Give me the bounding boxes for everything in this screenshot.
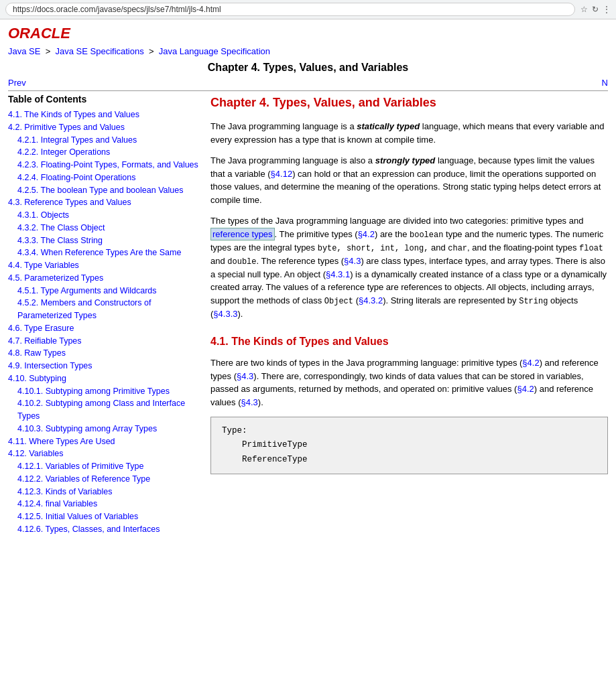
toc-item-4.9[interactable]: 4.9. Intersection Types — [8, 360, 202, 372]
para3-14: ). — [238, 309, 243, 319]
para1-text: The Java programming language is a — [210, 121, 357, 131]
chapter-title: Chapter 4. Types, Values, and Variables — [210, 94, 608, 112]
toc-item-4.3.3[interactable]: 4.3.3. The Class String — [17, 234, 202, 247]
para3-1: The types of the Java programming langua… — [210, 216, 583, 226]
s41-p1: There are two kinds of types in the Java… — [210, 358, 522, 368]
para3-link5[interactable]: §4.3.3 — [213, 309, 237, 319]
toc-item-4.2.5[interactable]: 4.2.5. The boolean Type and boolean Valu… — [17, 184, 202, 197]
toc-item-4.12.1[interactable]: 4.12.1. Variables of Primitive Type — [17, 460, 202, 473]
para3-code3: float — [579, 244, 603, 253]
nav-bar: Prev N — [8, 78, 608, 91]
bookmark-icon: ☆ — [580, 5, 588, 14]
intro-para-2: The Java programming language is also a … — [210, 154, 608, 206]
para3-link2[interactable]: §4.3 — [344, 256, 361, 266]
toc-heading: Table of Contents — [8, 94, 202, 105]
breadcrumb-javase[interactable]: Java SE — [8, 46, 40, 56]
intro-para-3: The types of the Java programming langua… — [210, 214, 608, 320]
toc-item-4.6[interactable]: 4.6. Type Erasure — [8, 322, 202, 335]
para3-code2: char — [448, 244, 467, 253]
content-area: Table of Contents 4.1. The Kinds of Type… — [8, 94, 608, 536]
toc-item-4.2.3[interactable]: 4.2.3. Floating-Point Types, Formats, an… — [17, 159, 202, 171]
section-41-title: 4.1. The Kinds of Types and Values — [210, 334, 608, 350]
toc-item-4.7[interactable]: 4.7. Reifiable Types — [8, 335, 202, 348]
toc-item-4.10.1[interactable]: 4.10.1. Subtyping among Primitive Types — [17, 385, 202, 398]
para3-7: and — [210, 256, 227, 266]
oracle-logo: ORACLE — [8, 25, 608, 42]
para3-11: ( — [353, 295, 359, 305]
para3-3: ) are the — [375, 229, 410, 239]
intro-para-1: The Java programming language is a stati… — [210, 120, 608, 146]
toc-item-4.5[interactable]: 4.5. Parameterized Types — [8, 272, 202, 285]
para3-link3[interactable]: §4.3.1 — [326, 269, 350, 279]
main-content: Chapter 4. Types, Values, and Variables … — [210, 94, 608, 536]
toc-item-4.10[interactable]: 4.10. Subtyping — [8, 372, 202, 385]
toc-item-4.11[interactable]: 4.11. Where Types Are Used — [8, 435, 202, 448]
toc-item-4.3.2[interactable]: 4.3.2. The Class Object — [17, 222, 202, 234]
code-block: Type: PrimitiveType ReferenceType — [210, 417, 608, 474]
para3-code1: byte, short, int, long, — [318, 244, 429, 253]
para3-link1[interactable]: §4.2 — [358, 229, 375, 239]
para2-em: strongly typed — [375, 155, 436, 165]
toc-item-4.12.6[interactable]: 4.12.6. Types, Classes, and Interfaces — [17, 523, 202, 536]
para3-link4[interactable]: §4.3.2 — [359, 295, 383, 305]
breadcrumb: Java SE > Java SE Specifications > Java … — [8, 46, 608, 56]
toc-item-4.10.3[interactable]: 4.10.3. Subtyping among Array Types — [17, 423, 202, 435]
toc-item-4.12.5[interactable]: 4.12.5. Initial Values of Variables — [17, 510, 202, 523]
reload-icon: ↻ — [592, 5, 599, 14]
browser-icons: ☆ ↻ ⋮ — [580, 5, 611, 14]
toc-item-4.2.4[interactable]: 4.2.4. Floating-Point Operations — [17, 171, 202, 184]
para3-highlight-link[interactable]: reference types — [212, 229, 273, 239]
para3-bool: boolean — [410, 230, 443, 240]
breadcrumb-javase-specs[interactable]: Java SE Specifications — [55, 46, 143, 56]
s41-link4[interactable]: §4.3 — [241, 397, 258, 407]
s41-link1[interactable]: §4.2 — [522, 358, 539, 368]
prev-link[interactable]: Prev — [8, 78, 26, 88]
toc: Table of Contents 4.1. The Kinds of Type… — [8, 94, 202, 536]
reference-types-highlight: reference types — [210, 228, 275, 240]
toc-item-4.12.4[interactable]: 4.12.4. final Variables — [17, 498, 202, 510]
url-text: https://docs.oracle.com/javase/specs/jls… — [5, 3, 575, 16]
browser-bar: https://docs.oracle.com/javase/specs/jls… — [0, 0, 616, 19]
toc-item-4.1[interactable]: 4.1. The Kinds of Types and Values — [8, 109, 202, 121]
s41-link2[interactable]: §4.3 — [237, 371, 253, 381]
menu-icon: ⋮ — [603, 5, 611, 14]
toc-item-4.3[interactable]: 4.3. Reference Types and Values — [8, 196, 202, 209]
para3-str: String — [519, 297, 548, 306]
toc-item-4.12.2[interactable]: 4.12.2. Variables of Reference Type — [17, 473, 202, 486]
toc-item-4.5.1[interactable]: 4.5.1. Type Arguments and Wildcards — [17, 285, 202, 297]
para3-5: and — [428, 242, 448, 253]
s41-link3[interactable]: §4.2 — [517, 384, 534, 394]
para3-obj: Object — [324, 297, 353, 306]
toc-item-4.2[interactable]: 4.2. Primitive Types and Values — [8, 121, 202, 134]
toc-item-4.3.1[interactable]: 4.3.1. Objects — [17, 209, 202, 222]
s41-p5: ). — [258, 397, 263, 407]
para2-start: The Java programming language is also a — [210, 155, 375, 165]
page-title: Chapter 4. Types, Values, and Variables — [8, 62, 608, 74]
code-block-text: Type: PrimitiveType ReferenceType — [222, 426, 308, 464]
para3-6: , and the floating-point types — [467, 242, 579, 253]
toc-item-4.2.1[interactable]: 4.2.1. Integral Types and Values — [17, 134, 202, 147]
para1-em: statically typed — [357, 121, 420, 131]
para2-link[interactable]: §4.12 — [271, 169, 293, 179]
section-41-para: There are two kinds of types in the Java… — [210, 356, 608, 409]
toc-links: 4.1. The Kinds of Types and Values4.2. P… — [8, 109, 202, 536]
para3-code4: double — [227, 257, 256, 267]
toc-item-4.12[interactable]: 4.12. Variables — [8, 447, 202, 460]
toc-item-4.5.2[interactable]: 4.5.2. Members and Constructors of Param… — [17, 297, 202, 322]
para3-2: . The primitive types ( — [275, 229, 358, 239]
next-link[interactable]: N — [602, 78, 608, 88]
toc-item-4.3.4[interactable]: 4.3.4. When Reference Types Are the Same — [17, 247, 202, 259]
para3-12: ). String literals are represented by — [383, 295, 519, 305]
toc-item-4.10.2[interactable]: 4.10.2. Subtyping among Class and Interf… — [17, 397, 202, 423]
toc-item-4.12.3[interactable]: 4.12.3. Kinds of Variables — [17, 486, 202, 498]
toc-item-4.4[interactable]: 4.4. Type Variables — [8, 259, 202, 272]
toc-item-4.8[interactable]: 4.8. Raw Types — [8, 347, 202, 360]
para3-8: . The reference types ( — [257, 256, 345, 266]
breadcrumb-javalang-spec[interactable]: Java Language Specification — [159, 46, 270, 56]
toc-item-4.2.2[interactable]: 4.2.2. Integer Operations — [17, 146, 202, 159]
